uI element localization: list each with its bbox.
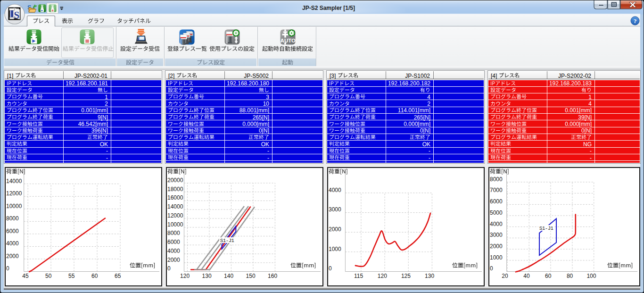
svg-text:120: 120: [180, 273, 190, 279]
svg-text:80: 80: [567, 273, 573, 279]
svg-text:7000: 7000: [490, 187, 503, 193]
svg-text:130: 130: [202, 273, 212, 279]
svg-text:120: 120: [378, 273, 387, 279]
svg-text:12000: 12000: [167, 212, 183, 219]
svg-text:40: 40: [523, 273, 530, 279]
svg-text:50: 50: [45, 273, 52, 279]
svg-text:45: 45: [22, 273, 29, 279]
svg-text:60: 60: [91, 273, 98, 279]
svg-text:AUTO: AUTO: [281, 38, 296, 43]
svg-text:2000: 2000: [167, 257, 180, 263]
svg-text:8000: 8000: [167, 230, 180, 236]
svg-text:0: 0: [6, 265, 9, 272]
svg-text:0: 0: [490, 265, 493, 272]
svg-text:20: 20: [502, 273, 508, 279]
svg-text:1000: 1000: [329, 246, 341, 252]
svg-text:4000: 4000: [6, 240, 19, 247]
svg-text:65: 65: [115, 273, 121, 279]
svg-text:6000: 6000: [167, 239, 180, 245]
svg-text:?: ?: [634, 17, 637, 25]
svg-text:3000: 3000: [329, 206, 341, 213]
svg-text:6000: 6000: [490, 198, 503, 205]
svg-text:20000: 20000: [167, 177, 183, 184]
svg-text:130: 130: [425, 273, 434, 279]
svg-text:10000: 10000: [6, 203, 22, 209]
svg-text:14000: 14000: [6, 178, 22, 184]
svg-text:S1-J1: S1-J1: [220, 238, 234, 243]
svg-text:1000: 1000: [490, 254, 503, 261]
svg-text:115: 115: [354, 273, 363, 279]
svg-text:140: 140: [224, 273, 233, 279]
svg-text:160: 160: [268, 273, 277, 279]
svg-text:150: 150: [246, 273, 256, 279]
svg-text:16000: 16000: [167, 194, 183, 201]
svg-text:3000: 3000: [490, 232, 503, 238]
svg-text:4000: 4000: [329, 187, 341, 193]
svg-text:S: S: [14, 9, 20, 21]
svg-text:8000: 8000: [6, 215, 19, 222]
svg-text:55: 55: [68, 273, 75, 279]
svg-text:10000: 10000: [167, 221, 183, 228]
svg-text:2000: 2000: [490, 243, 503, 250]
svg-text:125: 125: [401, 273, 411, 279]
svg-text:100: 100: [586, 273, 596, 279]
svg-text:8000: 8000: [490, 176, 503, 183]
svg-text:0: 0: [167, 265, 171, 272]
svg-text:0: 0: [329, 265, 332, 272]
svg-text:4000: 4000: [490, 221, 503, 227]
svg-text:18000: 18000: [167, 186, 183, 193]
svg-text:S1-J1: S1-J1: [539, 226, 553, 231]
svg-text:14000: 14000: [167, 203, 183, 210]
svg-text:2000: 2000: [329, 226, 341, 233]
svg-text:60: 60: [545, 273, 552, 279]
svg-text:4000: 4000: [167, 248, 180, 254]
svg-text:6000: 6000: [6, 228, 19, 234]
svg-text:2000: 2000: [6, 253, 19, 260]
svg-text:12000: 12000: [6, 190, 22, 197]
svg-text:5000: 5000: [490, 209, 503, 216]
